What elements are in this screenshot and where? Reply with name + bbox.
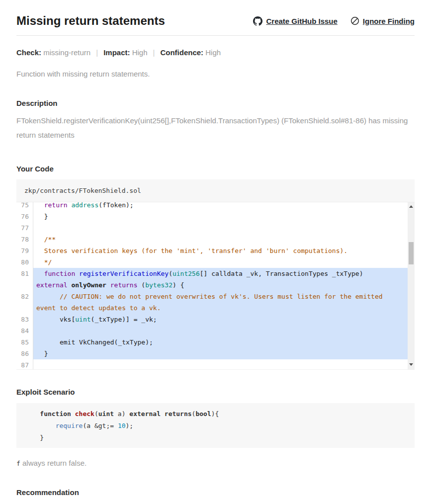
code-text: */ [33,256,408,268]
line-number: 84 [16,325,33,336]
header: Missing return statements Create GitHub … [16,14,415,28]
code-text: /** [33,234,408,245]
github-icon [253,16,262,26]
ignore-finding-label: Ignore Finding [363,17,415,25]
code-line: 81 function registerVerificationKey(uint… [16,268,408,279]
meta-separator: | [153,48,155,57]
code-text: return address(fToken); [33,202,408,211]
line-number: 75 [16,202,33,211]
code-line: } [24,432,407,444]
code-editor[interactable]: 75 return address(fToken);76 }7778 /**79… [16,202,415,369]
code-line: 77 [16,222,408,234]
line-number: 77 [16,222,33,234]
code-line: 79 Stores verification keys (for the 'mi… [16,245,408,256]
exploit-heading: Exploit Scenario [16,388,415,396]
code-text: Stores verification keys (for the 'mint'… [33,245,408,256]
code-line: 82 // CAUTION: we do not prevent overwri… [16,291,408,302]
code-text [33,325,408,336]
line-number: 86 [16,348,33,359]
header-actions: Create GitHub Issue Ignore Finding [253,16,415,26]
code-text: external onlyOwner returns (bytes32) { [33,279,408,291]
code-line: 75 return address(fToken); [16,202,408,211]
code-line: external onlyOwner returns (bytes32) { [16,279,408,291]
description-heading: Description [16,99,415,107]
line-number: 79 [16,245,33,256]
line-number: 87 [16,359,33,369]
exploit-note-text: always return false. [20,459,86,467]
exploit-note-code: f [16,460,20,467]
line-number [16,302,33,314]
line-number: 76 [16,211,33,222]
vertical-scrollbar[interactable] [408,202,415,369]
your-code-heading: Your Code [16,165,415,173]
code-line: 87 [16,359,408,369]
meta-label: Confidence: [160,48,205,57]
line-number: 78 [16,234,33,245]
code-panel: zkp/contracts/FTokenShield.sol 75 return… [16,179,415,370]
code-line: function check(uint a) external returns(… [24,408,407,420]
code-lines: 75 return address(fToken);76 }7778 /**79… [16,202,415,369]
page-title: Missing return statements [16,14,165,28]
ignore-icon [350,16,359,25]
code-text: } [33,211,408,222]
code-text: } [33,348,408,359]
recommendation-heading: Recommendation [16,488,415,497]
finding-page: Missing return statements Create GitHub … [0,0,431,504]
scroll-up-arrow-icon[interactable] [408,203,415,210]
code-line: require(a &gt;= 10); [24,420,407,432]
meta-value: High [205,48,221,57]
description-section: Description FTokenShield.registerVerific… [16,99,415,143]
meta-label: Check: [16,48,43,57]
line-number: 80 [16,256,33,268]
code-text: function registerVerificationKey(uint256… [33,268,408,279]
line-number: 85 [16,336,33,348]
meta-value: High [132,48,148,57]
line-number: 83 [16,314,33,325]
meta-separator: | [96,48,98,57]
code-line: 86 } [16,348,408,359]
recommendation-section: Recommendation Explicit all return state… [16,488,415,504]
code-line: 78 /** [16,234,408,245]
exploit-code-block: function check(uint a) external returns(… [16,403,415,448]
code-line: 83 vks[uint(_txType)] = _vk; [16,314,408,325]
code-text [33,222,408,234]
exploit-note: f always return false. [16,459,415,467]
code-text: event to detect updates to a vk. [33,302,408,314]
code-line: event to detect updates to a vk. [16,302,408,314]
code-text: // CAUTION: we do not prevent overwrites… [33,291,408,302]
scrollbar-thumb[interactable] [409,242,414,264]
create-github-issue-label: Create GitHub Issue [266,17,337,25]
code-text [33,359,408,369]
line-number [16,279,33,291]
create-github-issue-link[interactable]: Create GitHub Issue [253,16,337,26]
code-text: emit VkChanged(_txType); [33,336,408,348]
header-divider [16,35,415,36]
your-code-section: Your Code zkp/contracts/FTokenShield.sol… [16,165,415,370]
description-text: FTokenShield.registerVerificationKey(uin… [16,114,414,143]
code-line: 84 [16,325,408,336]
code-text: function check(uint a) external returns(… [24,408,407,420]
code-text: require(a &gt;= 10); [24,420,407,432]
code-line: 80 */ [16,256,408,268]
finding-summary: Function with missing return statements. [16,70,415,78]
code-text: } [24,432,407,444]
exploit-section: Exploit Scenario function check(uint a) … [16,388,415,467]
meta-label: Impact: [103,48,132,57]
line-number: 82 [16,291,33,302]
code-text: vks[uint(_txType)] = _vk; [33,314,408,325]
meta-value: missing-return [43,48,90,57]
ignore-finding-link[interactable]: Ignore Finding [350,16,415,25]
code-line: 76 } [16,211,408,222]
line-number: 81 [16,268,33,279]
code-line: 85 emit VkChanged(_txType); [16,336,408,348]
meta-line: Check: missing-return|Impact: High|Confi… [16,48,415,57]
scroll-down-arrow-icon[interactable] [408,361,415,368]
file-path: zkp/contracts/FTokenShield.sol [16,179,415,202]
